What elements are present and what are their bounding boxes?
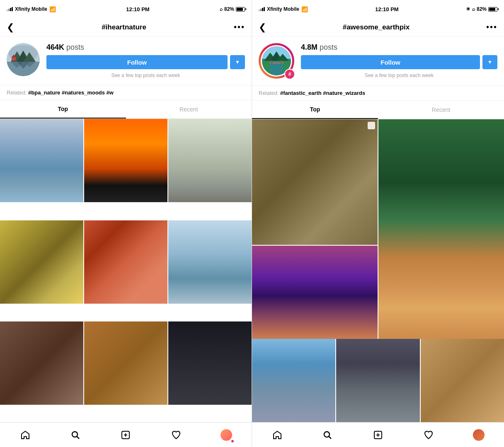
notification-dot-1 [231, 440, 234, 442]
home-icon-1[interactable] [16, 426, 34, 444]
status-bar-2: Xfinity Mobile 📶 12:10 PM ☀ ⌕ 82% [252, 0, 504, 18]
status-right-1: ⌕ 82% [220, 6, 245, 12]
search-icon-1[interactable] [66, 426, 85, 444]
follow-row-1: Follow ▼ [46, 55, 245, 69]
related-label-2: Related: [259, 90, 279, 96]
follow-dropdown-2[interactable]: ▼ [482, 55, 497, 69]
photo-grid-2 [252, 119, 504, 339]
wifi-icon-2: 📶 [301, 6, 308, 12]
home-icon-2[interactable] [268, 426, 286, 444]
status-left-1: Xfinity Mobile 📶 [7, 6, 56, 12]
nav-header-2: ❮ #awesome_earthpix ••• [252, 18, 504, 36]
profile-avatar-2[interactable] [470, 426, 488, 444]
svg-rect-25 [281, 60, 282, 64]
add-icon-2[interactable] [369, 426, 387, 444]
nav-avatar-1 [220, 429, 232, 441]
post-count-1: 464K posts [46, 43, 245, 52]
panel-content-1: 464K posts Follow ▼ See a few top posts … [0, 36, 252, 422]
related-label-1: Related: [7, 89, 27, 96]
heart-icon-1[interactable] [167, 426, 185, 444]
bottom-nav-2 [252, 422, 504, 447]
multi-select-icon [368, 122, 375, 129]
photo-cell-1-7[interactable] [0, 321, 83, 405]
tab-top-2[interactable]: Top [252, 101, 378, 119]
location-icon-1: ⌕ [220, 6, 223, 12]
battery-percent-1: 82% [224, 6, 234, 12]
photo-cell-1-6[interactable] [168, 220, 252, 304]
photo-cell-1-2[interactable] [84, 119, 167, 202]
carrier-1: Xfinity Mobile [15, 6, 47, 12]
signal-icon-1 [7, 7, 13, 11]
photo-cell-1-3[interactable] [168, 119, 252, 202]
hashtag-badge-2: # [284, 69, 295, 80]
search-icon-2[interactable] [318, 426, 337, 444]
status-bar-1: Xfinity Mobile 📶 12:10 PM ⌕ 82% [0, 0, 252, 18]
panel-iheartnature: Xfinity Mobile 📶 12:10 PM ⌕ 82% ❮ #ihear… [0, 0, 252, 447]
photo-cell-1-8[interactable] [84, 321, 167, 405]
avatar-ring-2: # [259, 43, 294, 79]
back-button-1[interactable]: ❮ [7, 22, 14, 33]
battery-icon-1 [236, 7, 245, 12]
tab-recent-1[interactable]: Recent [126, 100, 252, 118]
photo-cell-2-6[interactable] [421, 339, 504, 422]
related-tags-2[interactable]: #fantastic_earth #nature_wizards [280, 90, 365, 96]
tab-recent-2[interactable]: Recent [378, 101, 504, 119]
battery-percent-2: 82% [477, 6, 487, 12]
more-button-2[interactable]: ••• [486, 22, 497, 32]
tabs-2: Top Recent [252, 101, 504, 119]
follow-button-2[interactable]: Follow [301, 55, 480, 69]
svg-rect-24 [271, 60, 272, 64]
photo-cell-2-3[interactable] [378, 119, 504, 339]
related-tags-1[interactable]: #bpa_nature #natures_moods #w [28, 89, 114, 96]
battery-fill-2 [489, 8, 495, 11]
photo-cell-2-4[interactable] [252, 339, 335, 422]
svg-line-13 [77, 436, 80, 439]
photo-grid-2-bottom [252, 339, 504, 422]
page-title-1: #iheartnature [102, 23, 146, 31]
photo-cell-1-5[interactable] [84, 220, 167, 304]
avatar-image-1 [7, 43, 40, 76]
status-right-2: ☀ ⌕ 82% [466, 6, 497, 12]
profile-info-2: 4.8M posts Follow ▼ See a few top posts … [301, 43, 497, 78]
battery-icon-2 [488, 7, 497, 12]
heart-icon-2[interactable] [419, 426, 438, 444]
follow-hint-2: See a few top posts each week [301, 72, 497, 78]
battery-fill-1 [237, 8, 243, 11]
profile-section-2: # 4.8M posts Follow ▼ See a few top post… [252, 36, 504, 85]
follow-dropdown-1[interactable]: ▼ [230, 55, 245, 69]
avatar-svg-1 [7, 43, 40, 76]
svg-point-12 [72, 432, 78, 437]
photo-grid-2-left [252, 119, 378, 339]
profile-info-1: 464K posts Follow ▼ See a few top posts … [46, 43, 245, 78]
related-bar-1: Related: #bpa_nature #natures_moods #w [0, 85, 252, 100]
post-count-2: 4.8M posts [301, 43, 497, 52]
profile-section-1: 464K posts Follow ▼ See a few top posts … [0, 36, 252, 85]
time-1: 12:10 PM [126, 6, 149, 12]
photo-cell-2-5[interactable] [336, 339, 419, 422]
follow-button-1[interactable]: Follow [46, 55, 228, 69]
page-title-2: #awesome_earthpix [343, 23, 410, 31]
add-icon-1[interactable] [116, 426, 135, 444]
status-left-2: Xfinity Mobile 📶 [259, 6, 308, 12]
bottom-nav-1 [0, 422, 252, 447]
signal-icon-2 [259, 7, 265, 11]
more-button-1[interactable]: ••• [234, 22, 245, 32]
nav-avatar-2 [473, 429, 485, 441]
photo-cell-1-4[interactable] [0, 220, 83, 304]
photo-cell-1-9[interactable] [168, 321, 252, 405]
nav-avatar-image-1 [220, 429, 232, 441]
svg-rect-9 [12, 57, 16, 60]
photo-cell-2-2[interactable] [252, 246, 378, 339]
back-button-2[interactable]: ❮ [259, 22, 266, 33]
location-icon-2: ⌕ [472, 6, 475, 12]
photo-cell-2-1[interactable] [252, 119, 378, 245]
carrier-2: Xfinity Mobile [267, 6, 299, 12]
nav-header-1: ❮ #iheartnature ••• [0, 18, 252, 36]
brightness-icon-2: ☀ [466, 6, 470, 12]
svg-line-27 [329, 436, 332, 439]
profile-avatar-1[interactable] [217, 426, 235, 444]
photo-cell-1-1[interactable] [0, 119, 83, 202]
tab-top-1[interactable]: Top [0, 100, 126, 118]
time-2: 12:10 PM [375, 6, 398, 12]
related-bar-2: Related: #fantastic_earth #nature_wizard… [252, 85, 504, 101]
